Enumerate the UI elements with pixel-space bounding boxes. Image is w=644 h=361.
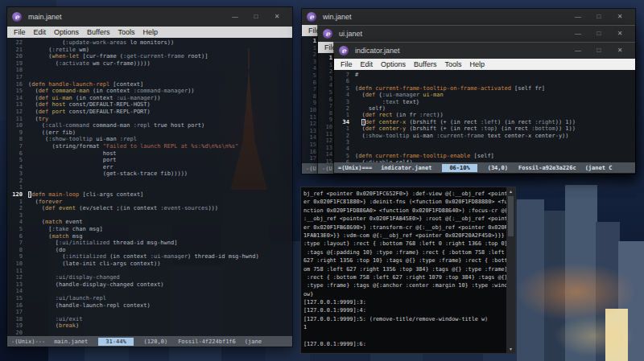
code-row: 20 (when-let [cur-frame (:get-current-fr… <box>7 53 292 60</box>
terminal-line: :__obj_ref <pointer 0x020F1FAB45E0>} :ro… <box>303 215 506 223</box>
terminal-line: er 0x020F1FB68690>} :transform-cr @{:__o… <box>303 224 506 232</box>
line-number: 16 <box>302 149 316 156</box>
menu-item-help[interactable]: Help <box>138 28 162 36</box>
titlebar[interactable]: e indicator.janet — □ ✕ <box>334 43 635 59</box>
code-text: (break) <box>28 322 79 330</box>
line-number: 12 <box>302 121 316 128</box>
code-text: (:show-tooltip ui-man :current-frame tex… <box>355 133 569 139</box>
line-number: 13 <box>7 281 28 289</box>
scroll-down-icon[interactable]: ▼ <box>509 346 513 352</box>
line-number: 13 <box>7 101 28 109</box>
line-number: 3 <box>7 212 28 219</box>
terminal-output[interactable]: bj_ref <pointer 0x020F1FC652F0>} :def-vi… <box>301 187 506 353</box>
menu-item-file[interactable]: File <box>336 60 357 68</box>
code-row: 16 (handle-launch-repl context) <box>7 302 292 310</box>
menu-item-tools[interactable]: Tools <box>440 60 465 68</box>
close-button[interactable]: ✕ <box>609 43 630 58</box>
line-number: 4 <box>318 82 332 89</box>
line-number: 10 <box>318 124 332 131</box>
line-number: 11 <box>302 114 316 121</box>
maximize-button[interactable]: □ <box>588 10 609 24</box>
menu-item-tools[interactable]: Tools <box>114 28 138 36</box>
menu-item-edit[interactable]: Edit <box>357 60 378 68</box>
line-number: 2 <box>7 205 28 212</box>
minimize-button[interactable]: — <box>225 10 246 24</box>
code-row: 5(defn current-frame-tooltip-enable [sel… <box>334 153 635 159</box>
editor-buffer-main[interactable]: 22 (:update-work-areas lo monitors))21 (… <box>7 38 292 336</box>
minimize-button[interactable]: — <box>568 27 588 41</box>
line-number: 1 <box>318 55 332 62</box>
code-row: 12 (def port const/DEFAULT-REPL-PORT) <box>7 109 292 116</box>
menu-item-edit[interactable]: Edit <box>30 28 51 36</box>
code-row: 21 (:retile wm) <box>7 47 292 54</box>
code-row: 1 (def center-y (brshift (+ (in rect :to… <box>334 125 635 132</box>
code-row: 20 <box>7 330 292 336</box>
code-row: 6 (match msg <box>7 233 292 240</box>
terminal-line: ow} <box>303 290 506 298</box>
terminal-line <box>303 332 506 340</box>
code-row: 15 :ui/launch-repl <box>7 295 292 302</box>
maximize-button[interactable]: □ <box>246 10 266 24</box>
code-text: (def ui-man (in context :ui-manager)) <box>28 95 160 102</box>
menu-item-help[interactable]: Help <box>465 60 489 68</box>
line-number: 4 <box>302 65 316 72</box>
scroll-up-icon[interactable]: ▲ <box>509 188 513 195</box>
code-row: 8 (:show-tooltip ui-man :repl <box>7 136 292 143</box>
close-button[interactable]: ✕ <box>266 10 287 24</box>
line-number: 4 <box>334 146 355 152</box>
minimize-button[interactable]: — <box>568 10 588 24</box>
code-text: (def event (ev/select ;(in context :even… <box>28 205 218 212</box>
line-number: 13 <box>318 145 332 152</box>
terminal-line: 1FAB13E0>}} :vdm-com @{:__obj_ref <point… <box>303 232 506 240</box>
code-row: 2 (:show-tooltip ui-man :current-frame t… <box>334 133 635 139</box>
terminal-scrollbar[interactable]: ▲ ▼ <box>506 187 515 353</box>
terminal-line: :tags @{:padding 10} :type :frame} :rect… <box>303 248 506 256</box>
window-indicator-janet: e indicator.janet — □ ✕ FileEditOptionsB… <box>333 42 636 174</box>
code-text: (defn current-frame-tooltip-enable [self… <box>355 153 494 159</box>
menu-item-options[interactable]: Options <box>377 60 410 68</box>
scroll-thumb[interactable] <box>508 196 514 236</box>
menu-item-options[interactable]: Options <box>50 28 83 36</box>
code-text: (def port const/DEFAULT-REPL-PORT) <box>28 109 151 116</box>
menu-item-buffers[interactable]: Buffers <box>83 28 114 36</box>
maximize-button[interactable]: □ <box>588 43 609 58</box>
terminal-line: :type :layout} :rect { :bottom 768 :left… <box>303 240 506 248</box>
code-text: (forever <box>28 199 62 206</box>
code-row: 2 <box>7 178 292 185</box>
modeline-buffer-name: main.janet <box>54 338 88 345</box>
line-number: 9 <box>7 129 28 137</box>
city-building <box>544 211 567 361</box>
code-row: 11 (try <box>7 116 292 123</box>
window-controls: — □ ✕ <box>568 27 630 41</box>
line-number: 17 <box>7 74 28 81</box>
editor-buffer-indicator[interactable]: 7#65(defn current-frame-tooltip-on-frame… <box>334 70 635 162</box>
line-number: 9 <box>318 117 332 124</box>
terminal-line: nction 0x020F1FD886A0> <function 0x020F1… <box>303 207 506 215</box>
code-text: (def rect (in fr :rect)) <box>355 112 444 118</box>
titlebar[interactable]: e main.janet — □ ✕ <box>7 7 292 27</box>
code-text: (def center-x (brshift (+ (in rect :left… <box>355 119 576 125</box>
line-number: 13 <box>302 128 316 135</box>
code-row: 22 (:update-work-areas lo monitors)) <box>7 39 292 47</box>
code-text: (late-init cli-args context)) <box>28 260 160 268</box>
close-button[interactable]: ✕ <box>609 10 630 24</box>
titlebar[interactable]: e win.janet — □ ✕ <box>302 9 635 25</box>
minimize-button[interactable]: — <box>568 43 588 58</box>
line-number: 10 <box>7 260 28 268</box>
terminal-line: 1 <box>303 323 506 331</box>
mode-line: -(Unix)--- main.janet 31-44% (120,0) Fos… <box>7 336 292 347</box>
terminal-line: bj_ref <pointer 0x020F1FC652F0>} :def-vi… <box>303 190 506 198</box>
line-number: 20 <box>7 330 28 336</box>
menu-item-file[interactable]: File <box>10 28 30 36</box>
menu-item-buffers[interactable]: Buffers <box>410 60 440 68</box>
code-text: (def host const/DEFAULT-REPL-HOST) <box>28 101 151 109</box>
maximize-button[interactable]: □ <box>588 27 609 41</box>
city-building-bright <box>605 309 628 361</box>
modeline-vcs-revision: Fossil-a92e3a226c <box>518 165 576 171</box>
line-number: 11 <box>7 116 28 123</box>
line-number: 6 <box>318 96 332 104</box>
close-button[interactable]: ✕ <box>609 27 630 41</box>
titlebar[interactable]: e ui.janet — □ ✕ <box>318 26 635 42</box>
line-number: 10 <box>302 107 316 114</box>
code-row: 4 (def {:ui-manager ui-man <box>334 92 635 98</box>
